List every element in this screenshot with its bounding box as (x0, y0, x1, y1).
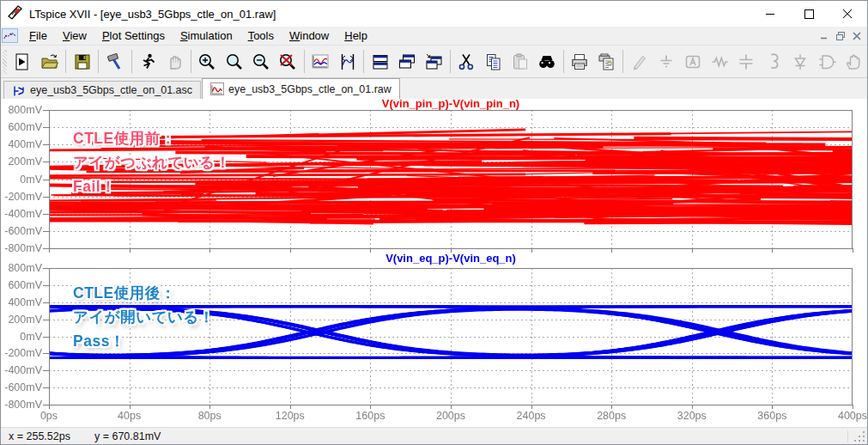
print-icon (570, 52, 589, 71)
toolbar-cascade-button[interactable] (421, 48, 447, 75)
toolbar-draw-wire-button[interactable] (626, 48, 653, 75)
y-axis-tick-label: -200mV (3, 347, 42, 359)
autorange-icon (338, 52, 357, 71)
toolbar-paste-button[interactable] (507, 48, 533, 75)
ground-icon (657, 52, 676, 71)
toolbar-ground-button[interactable] (653, 48, 679, 75)
statusbar-separator (847, 430, 848, 442)
maximize-button[interactable] (790, 1, 829, 27)
x-axis-tick-label: 280ps (597, 410, 626, 422)
y-axis-tick-label: 600mV (3, 279, 42, 291)
zoom-out-icon (252, 52, 270, 71)
y-axis-tick-label: 200mV (3, 155, 42, 168)
waveform-icon (210, 82, 224, 95)
toolbar-diode-button[interactable] (786, 48, 813, 75)
toolbar-drag-button[interactable] (841, 48, 867, 75)
mdi-window-controls (816, 29, 867, 42)
y-axis-tick-label: -800mV (3, 399, 42, 411)
cascade-icon (424, 52, 443, 71)
mdi-close-button[interactable] (849, 29, 864, 42)
toolbar-separator (450, 50, 451, 73)
menu-tools[interactable]: Tools (240, 27, 282, 44)
menu-simulation[interactable]: Simulation (173, 27, 240, 44)
copy-icon (484, 52, 503, 71)
tab-waveform[interactable]: eye_usb3_5Gbps_ctle_on_01.raw (202, 78, 400, 99)
close-button[interactable] (829, 1, 867, 27)
toolbar-zoom-out-button[interactable] (247, 48, 274, 75)
toolbar-separator (304, 50, 305, 73)
y-axis-tick-label: 800mV (3, 104, 42, 116)
toolbar-print-button[interactable] (567, 48, 593, 75)
toolbar-tile-horizontal-button[interactable] (367, 48, 393, 75)
y-axis-tick-label: 400mV (3, 296, 42, 308)
diode-icon (791, 52, 810, 71)
tab-schematic[interactable]: eye_usb3_5Gbps_ctle_on_01.asc (3, 81, 201, 99)
x-axis-tick-label: 80ps (198, 410, 222, 422)
run-icon (138, 52, 157, 71)
y-axis-tick-label: 0mV (3, 331, 42, 343)
waveform-viewer: V(vin_pin_p)-V(vin_pin_n) V(vin_eq_p)-V(… (1, 99, 868, 429)
annotation-after-ctle: CTLE使用後：アイが開いている！Pass！ (73, 281, 215, 353)
toolbar-halt-button[interactable] (161, 48, 188, 75)
tab-bar: eye_usb3_5Gbps_ctle_on_01.asceye_usb3_5G… (1, 78, 867, 99)
toolbar-new-schematic-button[interactable] (9, 48, 36, 75)
window-title: LTspice XVII - [eye_usb3_5Gbps_ctle_on_0… (29, 8, 276, 21)
menu-file[interactable]: File (21, 27, 55, 44)
menu-view[interactable]: View (55, 27, 94, 44)
schematic-icon (12, 84, 26, 97)
toolbar-save-button[interactable] (69, 48, 95, 75)
toolbar-tile-vertical-button[interactable] (393, 48, 420, 75)
toolbar-separator (98, 50, 99, 73)
inductor-icon (764, 52, 783, 71)
toolbar-component-button[interactable] (813, 48, 840, 75)
y-axis-tick-label: -600mV (3, 225, 42, 237)
toolbar-plot-settings-button[interactable] (307, 48, 334, 75)
pane1-title: V(vin_pin_p)-V(vin_pin_n) (49, 97, 853, 110)
paste-icon (511, 52, 530, 71)
menu-plot-settings[interactable]: Plot Settings (94, 27, 173, 44)
print-preview-icon (597, 52, 616, 71)
window-controls (751, 1, 867, 27)
zoom-full-extents-icon (278, 52, 297, 71)
waveform-doc-icon[interactable] (2, 28, 18, 43)
resistor-icon (710, 52, 729, 71)
toolbar-separator (363, 50, 364, 73)
annotation-line: CTLE使用後： (73, 281, 215, 305)
toolbar-resistor-button[interactable] (707, 48, 733, 75)
toolbar-control-panel-button[interactable] (101, 48, 128, 75)
menu-window[interactable]: Window (282, 27, 337, 44)
halt-icon (165, 52, 184, 71)
resize-grip[interactable] (853, 430, 865, 442)
zoom-back-icon (225, 52, 244, 71)
menu-items: FileViewPlot SettingsSimulationToolsWind… (21, 27, 375, 44)
toolbar-net-label-button[interactable] (679, 48, 706, 75)
y-axis-tick-label: 200mV (3, 314, 42, 326)
x-axis-tick-label: 240ps (517, 410, 546, 422)
toolbar-run-button[interactable] (134, 48, 161, 75)
minimize-button[interactable] (751, 1, 790, 27)
toolbar-autorange-button[interactable] (334, 48, 361, 75)
toolbar-zoom-full-extents-button[interactable] (275, 48, 301, 75)
y-axis-tick-label: 0mV (3, 174, 42, 186)
toolbar-separator (131, 50, 132, 73)
toolbar-zoom-back-button[interactable] (221, 48, 247, 75)
toolbar-capacitor-button[interactable] (733, 48, 760, 75)
mdi-minimize-button[interactable] (816, 29, 831, 42)
toolbar-grip[interactable] (3, 50, 7, 74)
y-axis-tick-label: 400mV (3, 138, 42, 150)
toolbar-cut-button[interactable] (453, 48, 480, 75)
y-axis-tick-label: 600mV (3, 121, 42, 133)
y-axis-tick-label: 800mV (3, 262, 42, 274)
y-axis-tick-label: -800mV (3, 242, 42, 254)
toolbar (1, 46, 867, 78)
toolbar-print-preview-button[interactable] (593, 48, 620, 75)
toolbar-separator (622, 50, 623, 73)
tile-horizontal-icon (371, 52, 390, 71)
toolbar-open-button[interactable] (36, 48, 63, 75)
toolbar-find-button[interactable] (533, 48, 560, 75)
toolbar-zoom-in-button[interactable] (194, 48, 221, 75)
menu-help[interactable]: Help (337, 27, 375, 44)
toolbar-inductor-button[interactable] (760, 48, 786, 75)
toolbar-copy-button[interactable] (480, 48, 507, 75)
mdi-restore-button[interactable] (833, 29, 847, 42)
